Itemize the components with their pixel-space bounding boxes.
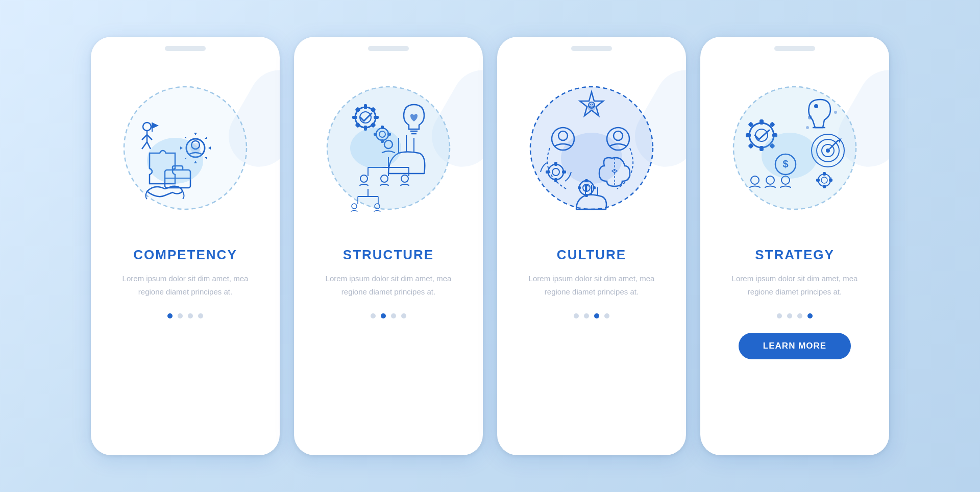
svg-point-114: [762, 133, 818, 179]
card-culture: CULTURE Lorem ipsum dolor sit dim amet, …: [497, 37, 686, 455]
dot-1: [777, 313, 782, 318]
svg-rect-18: [364, 104, 367, 109]
phone-notch: [165, 46, 206, 51]
structure-title: STRUCTURE: [343, 247, 434, 263]
structure-dots: [371, 313, 406, 318]
strategy-title: STRATEGY: [755, 247, 835, 263]
svg-point-113: [829, 177, 832, 180]
dot-2: [381, 313, 386, 318]
svg-rect-87: [746, 133, 751, 137]
svg-point-50: [352, 204, 357, 209]
learn-more-button[interactable]: LEARN MORE: [739, 333, 851, 359]
strategy-dots: [777, 313, 813, 318]
dot-4: [198, 313, 203, 318]
dot-3: [391, 313, 396, 318]
dot-3: [188, 313, 193, 318]
competency-title: COMPETENCY: [133, 247, 237, 263]
svg-point-112: [834, 111, 837, 114]
svg-point-111: [806, 126, 809, 129]
svg-rect-105: [816, 179, 820, 182]
strategy-svg: $: [728, 82, 861, 214]
svg-point-110: [808, 115, 812, 119]
card-strategy: $: [700, 37, 889, 455]
culture-svg: [525, 82, 658, 214]
svg-rect-74: [593, 186, 596, 189]
svg-point-14: [147, 138, 203, 184]
svg-point-96: [826, 149, 830, 153]
dot-4: [807, 313, 813, 318]
illustration-structure: [294, 56, 483, 240]
illustration-strategy: $: [700, 56, 889, 240]
phone-notch-3: [571, 46, 612, 51]
phone-notch-4: [774, 46, 815, 51]
svg-point-56: [590, 104, 591, 105]
structure-svg: [322, 82, 455, 214]
card-structure: STRUCTURE Lorem ipsum dolor sit dim amet…: [294, 37, 483, 455]
svg-rect-73: [578, 186, 581, 189]
dot-3: [797, 313, 802, 318]
culture-dots: [574, 313, 609, 318]
svg-rect-85: [760, 119, 764, 125]
dot-3: [594, 313, 599, 318]
illustration-culture: [497, 56, 686, 240]
svg-rect-64: [554, 162, 557, 166]
strategy-body: Lorem ipsum dolor sit dim amet, mea regi…: [700, 272, 889, 298]
svg-rect-104: [823, 185, 826, 188]
dot-4: [604, 313, 609, 318]
structure-body: Lorem ipsum dolor sit dim amet, mea regi…: [294, 272, 483, 298]
svg-point-79: [561, 133, 622, 184]
svg-rect-21: [374, 116, 379, 119]
card-competency: COMPETENCY Lorem ipsum dolor sit dim ame…: [91, 37, 280, 455]
dot-1: [371, 313, 376, 318]
competency-svg: [119, 82, 252, 214]
svg-point-57: [592, 104, 593, 105]
svg-rect-20: [352, 116, 357, 119]
dot-4: [401, 313, 406, 318]
illustration-competency: [91, 56, 280, 240]
dot-1: [167, 313, 173, 318]
cards-container: COMPETENCY Lorem ipsum dolor sit dim ame…: [91, 37, 889, 455]
dot-2: [787, 313, 792, 318]
competency-dots: [167, 313, 203, 318]
dot-2: [584, 313, 589, 318]
svg-point-81: [814, 104, 818, 108]
svg-point-52: [350, 128, 401, 168]
dot-1: [574, 313, 579, 318]
svg-rect-103: [823, 172, 826, 176]
phone-notch-2: [368, 46, 409, 51]
culture-body: Lorem ipsum dolor sit dim amet, mea regi…: [497, 272, 686, 298]
dot-2: [178, 313, 183, 318]
culture-title: CULTURE: [557, 247, 626, 263]
competency-body: Lorem ipsum dolor sit dim amet, mea regi…: [91, 272, 280, 298]
